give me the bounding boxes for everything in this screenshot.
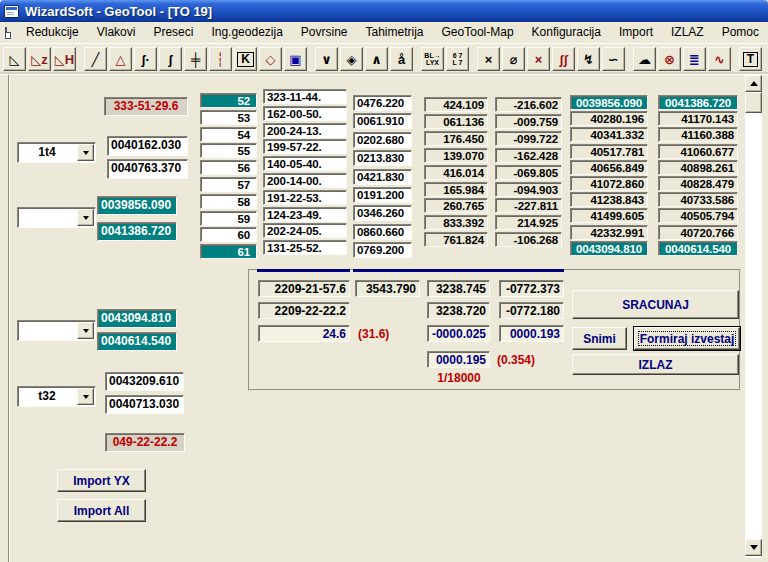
text-icon[interactable]: T (739, 47, 762, 71)
import-yx-button[interactable]: Import YX (57, 469, 146, 492)
chevron-down-icon[interactable] (77, 322, 94, 339)
menu-redukcije[interactable]: Redukcije (17, 23, 88, 42)
distances-cell-4[interactable]: 0421.830 (353, 169, 412, 185)
formiraj-izvestaj-button[interactable]: Formiraj izvestaj (634, 327, 740, 350)
cross-delete-icon[interactable]: × (527, 47, 550, 71)
distances-cell-0[interactable]: 0476.220 (353, 95, 412, 111)
station-from-y-field[interactable]: 0040162.030 (107, 136, 188, 156)
chevron-down-icon[interactable] (77, 388, 94, 405)
mdi-child-icon[interactable] (5, 27, 11, 39)
point-numbers-cell-6[interactable]: 58 (200, 194, 257, 209)
vertical-scrollbar[interactable] (745, 75, 762, 558)
no-circle-icon[interactable]: ⌀ (502, 47, 525, 71)
distances-cell-5[interactable]: 0191.200 (353, 187, 412, 203)
station-to-y-field[interactable]: 0043209.610 (105, 372, 184, 391)
directions-cell-9[interactable]: 131-25-52. (263, 240, 347, 255)
blyx-icon[interactable]: BL→ LYX (421, 47, 444, 71)
menu-ing-geodezija[interactable]: Ing.geodezija (202, 23, 291, 42)
triangle-icon[interactable]: △ (109, 47, 132, 71)
menu-preseci[interactable]: Preseci (144, 23, 202, 42)
layers-icon[interactable]: ≣ (683, 47, 706, 71)
station-from-combo[interactable]: 1t4 (17, 142, 96, 163)
polyline-icon[interactable]: ╱ (84, 47, 107, 71)
point-numbers-cell-1[interactable]: 53 (200, 110, 257, 125)
cross-icon[interactable]: × (477, 47, 500, 71)
station-to-combo[interactable]: t32 (17, 386, 96, 407)
delta-y-cell-4: 416.014 (424, 165, 488, 180)
point-numbers-cell-5[interactable]: 57 (200, 177, 257, 192)
traverse-icon[interactable]: ʃ (159, 47, 182, 71)
point-numbers-cell-3[interactable]: 55 (200, 143, 257, 158)
distances-cell-1[interactable]: 0061.910 (353, 113, 412, 129)
peak-points-icon[interactable]: ∧ (365, 47, 388, 71)
menu-povrsine[interactable]: Povrsine (292, 23, 357, 42)
menu-import[interactable]: Import (610, 23, 662, 42)
circle-arrow-icon[interactable]: å (390, 47, 413, 71)
menu-tahimetrija[interactable]: Tahimetrija (357, 23, 433, 42)
coord-y-cell-1: 40280.196 (570, 111, 648, 126)
distances-cell-7[interactable]: 0860.660 (353, 224, 412, 240)
blocks-icon[interactable]: ▣ (284, 47, 307, 71)
wave-icon[interactable]: ∿ (708, 47, 731, 71)
k-icon[interactable]: K (234, 47, 257, 71)
delta-y-cell-8: 761.824 (424, 232, 488, 247)
dx-required-field: -0772.180 (499, 302, 564, 319)
point-first-combo[interactable]: 52 (17, 207, 96, 228)
distances-cell-2[interactable]: 0202.680 (353, 132, 412, 148)
point-last-x-field: 0040614.540 (97, 332, 177, 351)
directions-cell-2[interactable]: 200-24-13. (263, 123, 347, 138)
dotted-line-icon[interactable]: ┆ (209, 47, 232, 71)
polygon-icon[interactable]: ◇ (259, 47, 282, 71)
circle-sector-icon[interactable]: ⊗ (658, 47, 681, 71)
delta-x-cell-1: -009.759 (495, 114, 562, 129)
menu-vlakovi[interactable]: Vlakovi (88, 23, 145, 42)
distances-cell-6[interactable]: 0346.260 (353, 205, 412, 221)
coord-x-cell-8: 40720.766 (658, 225, 738, 240)
menu-pomoc[interactable]: Pomoc (713, 23, 768, 42)
directions-cell-8[interactable]: 202-24-05. (263, 223, 347, 238)
directions-cell-4[interactable]: 140-05-40. (263, 156, 347, 171)
directions-cell-1[interactable]: 162-00-50. (263, 106, 347, 121)
izlaz-button[interactable]: IZLAZ (572, 354, 739, 375)
directions-cell-3[interactable]: 199-57-22. (263, 139, 347, 154)
directions-cell-0[interactable]: 323-11-44. (263, 89, 347, 104)
directions-cell-5[interactable]: 200-14-00. (263, 173, 347, 188)
distances-cell-8[interactable]: 0769.200 (353, 242, 412, 258)
menu-konfiguracija[interactable]: Konfiguracija (523, 23, 610, 42)
waves-icon[interactable]: ʃʃ (552, 47, 575, 71)
snimi-button[interactable]: Snimi (572, 327, 627, 350)
scroll-up-button[interactable] (745, 75, 762, 92)
point-numbers-cell-4[interactable]: 56 (200, 160, 257, 175)
angle-z-icon[interactable]: ◺z (28, 47, 51, 71)
point-numbers-cell-2[interactable]: 54 (200, 127, 257, 142)
menu-geotool-map[interactable]: GeoTool-Map (433, 23, 523, 42)
traverse-fit-icon[interactable]: ʃ· (134, 47, 157, 71)
scrollbar-thumb[interactable] (745, 92, 762, 113)
sracunaj-button[interactable]: SRACUNAJ (572, 290, 739, 319)
point-numbers-cell-8[interactable]: 60 (200, 227, 257, 242)
v-points-icon[interactable]: ∨ (315, 47, 338, 71)
profile-icon[interactable]: ╪ (184, 47, 207, 71)
split-line-icon[interactable]: ↯ (577, 47, 600, 71)
coord-x-cell-4: 40898.261 (658, 160, 738, 175)
delta-y-cell-5: 165.984 (424, 182, 488, 197)
point-last-combo[interactable]: 61 (17, 320, 96, 341)
distances-cell-3[interactable]: 0213.830 (353, 150, 412, 166)
chevron-down-icon[interactable] (77, 144, 94, 161)
directions-cell-7[interactable]: 124-23-49. (263, 207, 347, 222)
station-to-x-field[interactable]: 0040713.030 (105, 395, 184, 414)
orientation-angle-bottom-field: 049-22-22.2 (105, 433, 185, 452)
curve-icon[interactable]: ∽ (602, 47, 625, 71)
menu-izlaz[interactable]: IZLAZ (662, 23, 713, 42)
angle-icon[interactable]: ◺ (3, 47, 26, 71)
scroll-down-button[interactable] (745, 539, 762, 556)
six-seven-icon[interactable]: 6 7 L 7 (446, 47, 469, 71)
angle-h-icon[interactable]: ◺H (53, 47, 76, 71)
station-from-x-field[interactable]: 0040763.370 (107, 159, 188, 179)
point-numbers-cell-7[interactable]: 59 (200, 211, 257, 226)
directions-cell-6[interactable]: 191-22-53. (263, 190, 347, 205)
diamond-points-icon[interactable]: ◈ (340, 47, 363, 71)
area-blob-icon[interactable]: ☁ (633, 47, 656, 71)
import-all-button[interactable]: Import All (57, 499, 146, 522)
chevron-down-icon[interactable] (77, 209, 94, 226)
